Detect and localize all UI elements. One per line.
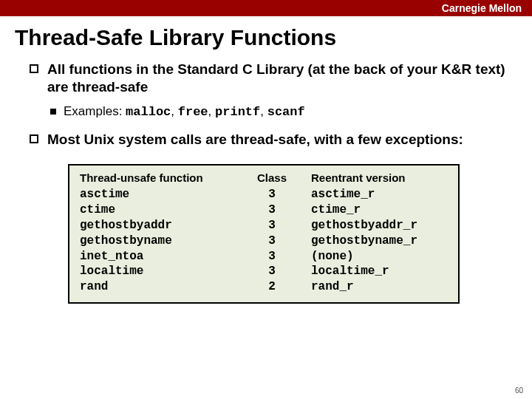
table-row: gethostbyname3gethostbyname_r bbox=[80, 233, 448, 249]
cell-class: 3 bbox=[246, 249, 298, 265]
cell-reent: gethostbyname_r bbox=[298, 233, 448, 249]
cell-class: 3 bbox=[246, 264, 298, 279]
header-class: Class bbox=[246, 171, 298, 184]
slide-title: Thread-Safe Library Functions bbox=[0, 16, 532, 61]
cell-reent: asctime_r bbox=[298, 187, 448, 202]
header-func: Thread-unsafe function bbox=[80, 171, 246, 184]
code-scanf: scanf bbox=[267, 105, 305, 119]
hollow-square-icon bbox=[30, 64, 38, 73]
bullet-2-text: Most Unix system calls are thread-safe, … bbox=[47, 131, 463, 149]
filled-square-icon bbox=[50, 109, 56, 115]
sub-bullet-1: Examples: malloc, free, printf, scanf bbox=[50, 103, 511, 120]
cell-func: inet_ntoa bbox=[80, 249, 246, 265]
table-row: inet_ntoa3(none) bbox=[80, 249, 448, 265]
hollow-square-icon bbox=[30, 134, 38, 143]
header-bar: Carnegie Mellon bbox=[0, 0, 532, 16]
table-header-row: Thread-unsafe function Class Reentrant v… bbox=[80, 171, 448, 184]
examples-label: Examples: bbox=[64, 104, 126, 118]
bullet-1: All functions in the Standard C Library … bbox=[30, 61, 511, 96]
page-number: 60 bbox=[515, 386, 523, 395]
cell-class: 2 bbox=[246, 279, 298, 295]
cell-func: localtime bbox=[80, 264, 246, 279]
bullet-2: Most Unix system calls are thread-safe, … bbox=[30, 131, 511, 149]
table-row: asctime3asctime_r bbox=[80, 187, 448, 202]
cell-reent: rand_r bbox=[298, 279, 448, 295]
cell-func: gethostbyname bbox=[80, 233, 246, 249]
cell-func: rand bbox=[80, 279, 246, 295]
code-malloc: malloc bbox=[126, 105, 171, 119]
cell-func: ctime bbox=[80, 202, 246, 218]
cell-class: 3 bbox=[246, 187, 298, 202]
cell-func: gethostbyaddr bbox=[80, 218, 246, 233]
cell-class: 3 bbox=[246, 202, 298, 218]
cell-reent: gethostbyaddr_r bbox=[298, 218, 448, 233]
table-row: localtime3localtime_r bbox=[80, 264, 448, 279]
cell-reent: ctime_r bbox=[298, 202, 448, 218]
code-free: free bbox=[178, 105, 208, 119]
table-body: asctime3asctime_rctime3ctime_rgethostbya… bbox=[80, 187, 448, 295]
cell-class: 3 bbox=[246, 218, 298, 233]
bullet-1-text: All functions in the Standard C Library … bbox=[47, 61, 511, 96]
thread-unsafe-table: Thread-unsafe function Class Reentrant v… bbox=[68, 164, 460, 304]
content-area: All functions in the Standard C Library … bbox=[0, 61, 532, 304]
table-row: gethostbyaddr3gethostbyaddr_r bbox=[80, 218, 448, 233]
cell-reent: (none) bbox=[298, 249, 448, 265]
cell-class: 3 bbox=[246, 233, 298, 249]
cell-func: asctime bbox=[80, 187, 246, 202]
table-row: rand2rand_r bbox=[80, 279, 448, 295]
sub-bullet-1-text: Examples: malloc, free, printf, scanf bbox=[64, 103, 305, 120]
cell-reent: localtime_r bbox=[298, 264, 448, 279]
header-reent: Reentrant version bbox=[298, 171, 448, 184]
table-row: ctime3ctime_r bbox=[80, 202, 448, 218]
institution-label: Carnegie Mellon bbox=[442, 2, 522, 14]
code-printf: printf bbox=[215, 105, 260, 119]
